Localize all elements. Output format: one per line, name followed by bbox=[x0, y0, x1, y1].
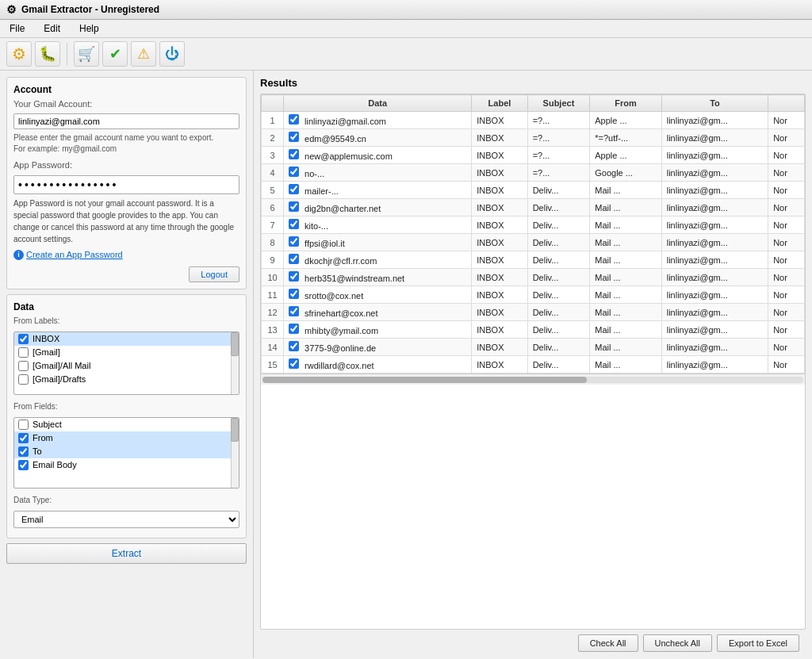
table-row[interactable]: 11 srotto@cox.net INBOX Deliv... Mail ..… bbox=[262, 286, 805, 304]
row-checkbox[interactable] bbox=[289, 114, 299, 125]
table-row[interactable]: 9 dkochjr@cfl.rr.com INBOX Deliv... Mail… bbox=[262, 251, 805, 269]
row-subject: Deliv... bbox=[527, 269, 590, 286]
label-gmail-checkbox[interactable] bbox=[18, 347, 29, 358]
settings-button[interactable]: ⚙ bbox=[6, 41, 32, 67]
table-row[interactable]: 14 3775-9@online.de INBOX Deliv... Mail … bbox=[262, 339, 805, 356]
row-to: linlinyazi@gm... bbox=[661, 199, 768, 216]
row-checkbox[interactable] bbox=[289, 254, 299, 264]
alert-button[interactable]: ⚠ bbox=[131, 41, 156, 67]
row-from: Mail ... bbox=[590, 199, 661, 216]
row-label: INBOX bbox=[472, 286, 527, 304]
row-to: linlinyazi@gm... bbox=[661, 164, 768, 182]
row-checkbox[interactable] bbox=[289, 341, 299, 351]
toolbar: ⚙ 🐛 🛒 ✔ ⚠ ⏻ bbox=[0, 38, 812, 71]
row-label: INBOX bbox=[472, 234, 527, 251]
table-row[interactable]: 4 no-... INBOX =?... Google ... linlinya… bbox=[262, 164, 805, 182]
row-checkbox[interactable] bbox=[289, 184, 299, 194]
row-checkbox[interactable] bbox=[289, 201, 299, 212]
row-subject: Deliv... bbox=[527, 251, 590, 269]
menu-file[interactable]: File bbox=[6, 21, 28, 36]
field-to-text: To bbox=[33, 446, 42, 456]
menu-edit[interactable]: Edit bbox=[40, 21, 63, 36]
row-checkbox[interactable] bbox=[289, 219, 299, 229]
fields-list: Subject From To Email Body bbox=[13, 417, 239, 489]
check-all-button[interactable]: Check All bbox=[578, 634, 638, 652]
logout-button[interactable]: Logout bbox=[189, 266, 239, 282]
horizontal-scrollbar[interactable] bbox=[261, 374, 805, 385]
table-row[interactable]: 3 new@applemusic.com INBOX =?... Apple .… bbox=[262, 147, 805, 164]
bug-button[interactable]: 🐛 bbox=[35, 41, 60, 67]
label-inbox-checkbox[interactable] bbox=[18, 334, 29, 344]
from-fields-title: From Fields: bbox=[13, 401, 239, 412]
field-to[interactable]: To bbox=[14, 445, 239, 458]
row-to: linlinyazi@gm... bbox=[661, 216, 768, 234]
check-button[interactable]: ✔ bbox=[102, 41, 128, 67]
row-from: Mail ... bbox=[590, 321, 661, 339]
export-excel-button[interactable]: Export to Excel bbox=[717, 634, 799, 652]
gmail-input[interactable] bbox=[13, 113, 239, 129]
row-from: Mail ... bbox=[590, 339, 661, 356]
labels-scrollbar[interactable] bbox=[231, 332, 239, 394]
table-row[interactable]: 5 mailer-... INBOX Deliv... Mail ... lin… bbox=[262, 182, 805, 199]
row-to: linlinyazi@gm... bbox=[661, 269, 768, 286]
field-email-body[interactable]: Email Body bbox=[14, 458, 239, 472]
row-to: linlinyazi@gm... bbox=[661, 129, 768, 147]
app-password-input[interactable] bbox=[13, 175, 239, 194]
row-checkbox[interactable] bbox=[289, 306, 299, 316]
table-row[interactable]: 6 dig2bn@charter.net INBOX Deliv... Mail… bbox=[262, 199, 805, 216]
label-gmail-all[interactable]: [Gmail]/All Mail bbox=[14, 359, 239, 373]
field-email-body-checkbox[interactable] bbox=[18, 460, 29, 470]
field-to-checkbox[interactable] bbox=[18, 446, 29, 457]
row-label: INBOX bbox=[472, 321, 527, 339]
create-app-password-link[interactable]: i Create an App Password bbox=[13, 250, 239, 260]
row-checkbox[interactable] bbox=[289, 149, 299, 159]
row-subject: Deliv... bbox=[527, 321, 590, 339]
field-subject-text: Subject bbox=[33, 420, 62, 429]
data-type-label: Data Type: bbox=[13, 495, 239, 506]
field-subject[interactable]: Subject bbox=[14, 418, 239, 431]
label-inbox[interactable]: INBOX bbox=[14, 332, 239, 346]
cart-button[interactable]: 🛒 bbox=[74, 41, 99, 67]
results-table-wrapper[interactable]: Data Label Subject From To 1 linlinyazi@… bbox=[260, 94, 806, 630]
fields-scrollbar[interactable] bbox=[231, 418, 239, 488]
row-checkbox[interactable] bbox=[289, 289, 299, 299]
field-from-checkbox[interactable] bbox=[18, 433, 29, 443]
row-data: mhibty@ymail.com bbox=[284, 321, 472, 339]
label-gmail-drafts[interactable]: [Gmail]/Drafts bbox=[14, 373, 239, 386]
col-subject: Subject bbox=[527, 95, 590, 112]
exit-button[interactable]: ⏻ bbox=[159, 41, 185, 67]
row-num: 11 bbox=[262, 286, 284, 304]
label-gmail[interactable]: [Gmail] bbox=[14, 346, 239, 359]
row-subject: Deliv... bbox=[527, 339, 590, 356]
label-gmail-drafts-checkbox[interactable] bbox=[18, 374, 29, 385]
table-row[interactable]: 13 mhibty@ymail.com INBOX Deliv... Mail … bbox=[262, 321, 805, 339]
table-row[interactable]: 8 ffpsi@iol.it INBOX Deliv... Mail ... l… bbox=[262, 234, 805, 251]
row-subject: Deliv... bbox=[527, 182, 590, 199]
row-checkbox[interactable] bbox=[289, 132, 299, 142]
row-data: new@applemusic.com bbox=[284, 147, 472, 164]
data-type-select[interactable]: Email bbox=[13, 511, 239, 528]
table-row[interactable]: 15 rwdillard@cox.net INBOX Deliv... Mail… bbox=[262, 356, 805, 374]
row-checkbox[interactable] bbox=[289, 236, 299, 247]
field-from[interactable]: From bbox=[14, 431, 239, 445]
menu-help[interactable]: Help bbox=[76, 21, 102, 36]
table-row[interactable]: 2 edm@95549.cn INBOX =?... *=?utf-... li… bbox=[262, 129, 805, 147]
label-gmail-all-checkbox[interactable] bbox=[18, 361, 29, 371]
row-checkbox[interactable] bbox=[289, 324, 299, 334]
table-row[interactable]: 12 sfrinehart@cox.net INBOX Deliv... Mai… bbox=[262, 304, 805, 321]
row-label: INBOX bbox=[472, 129, 527, 147]
row-checkbox[interactable] bbox=[289, 358, 299, 369]
row-label: INBOX bbox=[472, 356, 527, 374]
row-to: linlinyazi@gm... bbox=[661, 234, 768, 251]
uncheck-all-button[interactable]: Uncheck All bbox=[643, 634, 712, 652]
field-subject-checkbox[interactable] bbox=[18, 420, 29, 430]
table-row[interactable]: 7 kito-... INBOX Deliv... Mail ... linli… bbox=[262, 216, 805, 234]
row-checkbox[interactable] bbox=[289, 167, 299, 177]
table-row[interactable]: 1 linlinyazi@gmail.com INBOX =?... Apple… bbox=[262, 112, 805, 129]
table-row[interactable]: 10 herb351@windstream.net INBOX Deliv...… bbox=[262, 269, 805, 286]
extract-button[interactable]: Extract bbox=[6, 543, 247, 564]
row-checkbox[interactable] bbox=[289, 271, 299, 282]
app-password-note: App Password is not your gmail account p… bbox=[13, 197, 239, 245]
row-subject: Deliv... bbox=[527, 234, 590, 251]
row-extra: Nor bbox=[768, 234, 805, 251]
